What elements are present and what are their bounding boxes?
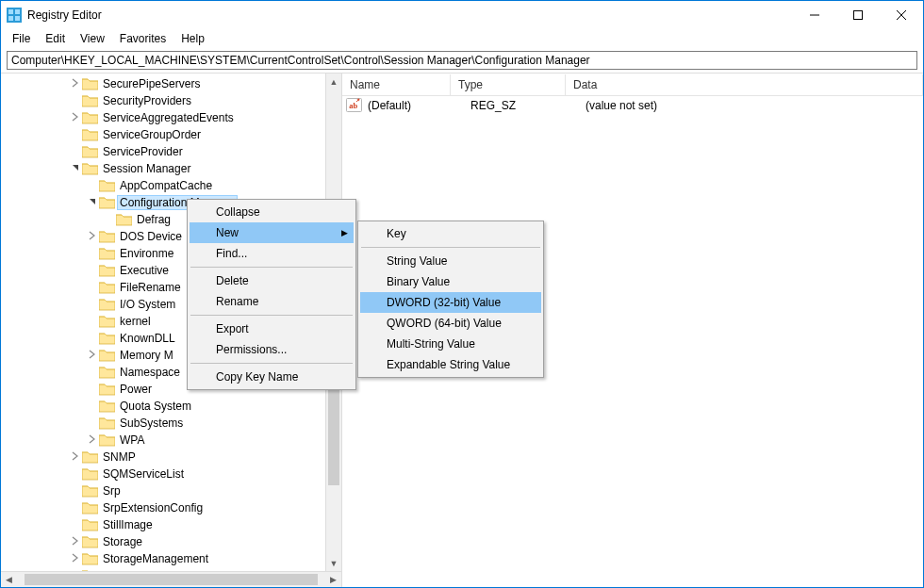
tree-node[interactable]: StillImage bbox=[1, 516, 341, 533]
folder-icon bbox=[82, 162, 98, 175]
close-button[interactable] bbox=[880, 1, 923, 29]
tree-node-label: SecurityProviders bbox=[101, 94, 193, 107]
minimize-button[interactable] bbox=[793, 1, 836, 29]
expand-icon[interactable] bbox=[86, 231, 99, 242]
folder-icon bbox=[99, 315, 115, 328]
tree-node-label: Namespace bbox=[118, 366, 182, 379]
expand-icon[interactable] bbox=[69, 112, 82, 123]
address-input[interactable] bbox=[7, 51, 917, 70]
collapse-icon[interactable] bbox=[69, 163, 82, 174]
scroll-right-icon[interactable]: ▶ bbox=[325, 572, 341, 588]
tree-node[interactable]: SubSystems bbox=[1, 415, 341, 432]
tree-node[interactable]: Session Manager bbox=[1, 160, 341, 177]
tree-node-label: DOS Device bbox=[118, 230, 184, 243]
tree-node-label: I/O System bbox=[118, 298, 177, 311]
tree-horizontal-scrollbar[interactable]: ◀ ▶ bbox=[1, 571, 341, 587]
tree-node[interactable]: SQMServiceList bbox=[1, 466, 341, 482]
context-menu-item[interactable]: Rename bbox=[190, 291, 354, 312]
expand-icon[interactable] bbox=[86, 434, 99, 446]
tree-node-label: Storage bbox=[101, 535, 144, 548]
submenu-item[interactable]: Expandable String Value bbox=[360, 354, 541, 375]
tree-node-label: KnownDLL bbox=[118, 332, 177, 345]
folder-icon bbox=[99, 179, 115, 192]
context-menu-item[interactable]: Delete bbox=[190, 270, 354, 291]
tree-node[interactable]: SNMP bbox=[1, 449, 341, 466]
context-menu-item[interactable]: Permissions... bbox=[190, 339, 354, 360]
tree-node-label: Memory M bbox=[118, 349, 175, 362]
titlebar: Registry Editor bbox=[1, 1, 923, 29]
submenu-item[interactable]: Key bbox=[360, 223, 541, 244]
expand-icon[interactable] bbox=[69, 536, 82, 547]
tree-node[interactable]: SecurePipeServers bbox=[1, 75, 341, 92]
value-data: (value not set) bbox=[582, 99, 923, 112]
column-name[interactable]: Name bbox=[342, 74, 451, 95]
svg-rect-7 bbox=[854, 10, 863, 19]
list-row[interactable]: (Default)REG_SZ(value not set) bbox=[342, 96, 923, 114]
tree-node[interactable]: Storage bbox=[1, 533, 341, 550]
context-menu-item[interactable]: Copy Key Name bbox=[190, 367, 354, 387]
menu-edit[interactable]: Edit bbox=[38, 30, 73, 47]
menu-separator bbox=[190, 315, 353, 316]
context-menu-item[interactable]: Collapse bbox=[190, 202, 354, 222]
menu-separator bbox=[190, 363, 353, 364]
tree-node[interactable]: SecurityProviders bbox=[1, 92, 341, 109]
menu-favorites[interactable]: Favorites bbox=[112, 30, 173, 47]
value-type: REG_SZ bbox=[467, 99, 582, 112]
tree-node-label: Environme bbox=[118, 247, 175, 260]
menu-separator bbox=[190, 267, 353, 268]
submenu-item[interactable]: DWORD (32-bit) Value bbox=[360, 292, 541, 313]
scroll-thumb[interactable] bbox=[25, 574, 318, 585]
tree-node-label: kernel bbox=[118, 315, 153, 328]
tree-node-label: SecurePipeServers bbox=[101, 77, 202, 90]
tree-node[interactable]: SrpExtensionConfig bbox=[1, 499, 341, 516]
submenu-item[interactable]: Multi-String Value bbox=[360, 334, 541, 354]
folder-icon bbox=[116, 213, 132, 226]
context-menu-item[interactable]: New▶ bbox=[190, 222, 354, 243]
expand-icon[interactable] bbox=[86, 350, 99, 361]
folder-icon bbox=[82, 77, 98, 90]
maximize-button[interactable] bbox=[836, 1, 880, 29]
collapse-icon[interactable] bbox=[86, 197, 99, 208]
folder-icon bbox=[99, 416, 115, 430]
folder-icon bbox=[99, 298, 115, 311]
tree-node-label: Defrag bbox=[135, 213, 173, 226]
submenu-item[interactable]: QWORD (64-bit) Value bbox=[360, 313, 541, 334]
tree-node-label: SNMP bbox=[101, 450, 138, 464]
tree-node-label: SrpExtensionConfig bbox=[101, 501, 205, 514]
folder-icon bbox=[99, 400, 115, 413]
expand-icon[interactable] bbox=[69, 451, 82, 463]
folder-icon bbox=[82, 145, 98, 158]
column-type[interactable]: Type bbox=[451, 74, 566, 95]
folder-icon bbox=[82, 552, 98, 565]
context-menu-item[interactable]: Find... bbox=[190, 243, 354, 264]
expand-icon[interactable] bbox=[69, 553, 82, 564]
submenu-item[interactable]: String Value bbox=[360, 251, 541, 271]
scroll-left-icon[interactable]: ◀ bbox=[1, 572, 17, 588]
folder-icon bbox=[99, 383, 115, 396]
expand-icon[interactable] bbox=[69, 78, 82, 90]
menubar: File Edit View Favorites Help bbox=[1, 29, 923, 48]
submenu-item[interactable]: Binary Value bbox=[360, 271, 541, 292]
context-menu[interactable]: CollapseNew▶Find...DeleteRenameExportPer… bbox=[187, 199, 356, 390]
context-menu-item[interactable]: Export bbox=[190, 318, 354, 339]
tree-node[interactable]: WPA bbox=[1, 432, 341, 449]
tree-node[interactable]: ServiceAggregatedEvents bbox=[1, 109, 341, 126]
folder-icon bbox=[99, 230, 115, 243]
menu-file[interactable]: File bbox=[5, 30, 38, 47]
menu-help[interactable]: Help bbox=[173, 30, 212, 47]
folder-icon bbox=[82, 535, 98, 548]
menu-view[interactable]: View bbox=[73, 30, 112, 47]
context-submenu-new[interactable]: KeyString ValueBinary ValueDWORD (32-bit… bbox=[357, 220, 544, 378]
tree-node[interactable]: StorageManagement bbox=[1, 550, 341, 567]
tree-node[interactable]: Quota System bbox=[1, 398, 341, 415]
scroll-up-icon[interactable]: ▲ bbox=[326, 74, 341, 90]
tree-node[interactable]: AppCompatCache bbox=[1, 177, 341, 194]
tree-node[interactable]: Srp bbox=[1, 482, 341, 499]
folder-icon bbox=[82, 128, 98, 141]
scroll-down-icon[interactable]: ▼ bbox=[326, 555, 341, 571]
tree-node[interactable]: ServiceProvider bbox=[1, 143, 341, 160]
folder-icon bbox=[99, 433, 115, 447]
tree-node[interactable]: ServiceGroupOrder bbox=[1, 126, 341, 143]
folder-icon bbox=[99, 247, 115, 260]
column-data[interactable]: Data bbox=[566, 74, 923, 95]
